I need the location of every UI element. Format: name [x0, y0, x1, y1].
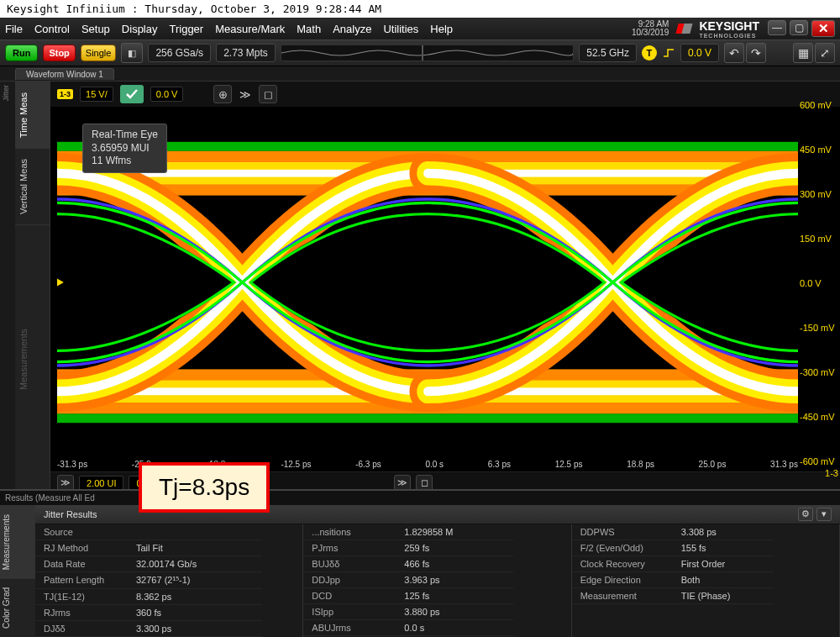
- result-value: Both: [673, 572, 774, 588]
- channel-badge[interactable]: 1-3: [57, 89, 73, 99]
- mem-depth-field[interactable]: 2.73 Mpts: [216, 44, 276, 62]
- results-tab[interactable]: Results (Measure All Ed: [5, 493, 95, 503]
- menu-item-utilities[interactable]: Utilities: [383, 23, 418, 35]
- result-value: [128, 524, 262, 540]
- brand-logo: KEYSIGHT TECHNOLOGIES: [677, 19, 759, 39]
- close-button[interactable]: ✕: [811, 20, 835, 37]
- result-value: 8.362 ps: [128, 589, 262, 605]
- redo-button[interactable]: ↷: [746, 43, 766, 63]
- menu-item-trigger[interactable]: Trigger: [169, 23, 203, 35]
- x-tick: 12.5 ps: [555, 460, 583, 470]
- result-value: 0.0 s: [396, 620, 513, 636]
- result-label: F/2 (Even/Odd): [572, 540, 673, 556]
- result-value: 125 fs: [396, 588, 513, 604]
- results-side-tab-measurements[interactable]: Measurements: [0, 505, 35, 578]
- y-tick: 0.0 V: [800, 278, 838, 288]
- menu-item-math[interactable]: Math: [297, 23, 321, 35]
- maximize-button[interactable]: ▢: [790, 20, 808, 35]
- result-value: 3.300 ps: [128, 621, 262, 637]
- y-tick: 300 mV: [800, 189, 838, 199]
- sample-rate-field[interactable]: 256 GSa/s: [148, 44, 211, 62]
- vertical-scale-field[interactable]: 15 V/: [80, 87, 113, 102]
- minimize-button[interactable]: —: [768, 20, 786, 35]
- keysight-logo-icon: [677, 22, 696, 35]
- vertical-offset-field[interactable]: 0.0 V: [150, 87, 184, 102]
- side-tab-time-meas[interactable]: Time Meas: [15, 82, 50, 148]
- result-value: 360 fs: [128, 605, 262, 621]
- layout-button[interactable]: ▦: [793, 43, 813, 63]
- add-channel-button[interactable]: ⊕: [213, 85, 232, 103]
- bandwidth-field[interactable]: 52.5 GHz: [579, 44, 637, 62]
- result-value: 1.829858 M: [396, 524, 513, 540]
- results-side-tabs: Measurements Color Grad: [0, 505, 35, 637]
- result-label: ...nsitions: [303, 524, 396, 540]
- menu-bar: FileControlSetupDisplayTriggerMeasure/Ma…: [0, 18, 840, 39]
- menu-item-help[interactable]: Help: [430, 23, 453, 35]
- edge-trigger-icon: [662, 46, 675, 60]
- bookmark-button[interactable]: ◻: [259, 85, 277, 103]
- jitter-results-table: Jitter Results ⚙ ▾ SourceRJ MethodTail F…: [35, 505, 840, 637]
- result-label: TJ(1E-12): [35, 589, 128, 605]
- x-tick: 25.0 ps: [699, 460, 727, 470]
- results-dropdown-button[interactable]: ▾: [816, 508, 832, 521]
- result-label: PJrms: [303, 540, 396, 556]
- x-tick: -6.3 ps: [355, 460, 381, 470]
- run-button[interactable]: Run: [5, 45, 38, 61]
- result-label: DDJpp: [303, 572, 396, 588]
- clock: 9:28 AM 10/3/2019: [632, 20, 669, 37]
- result-label: DDPWS: [572, 524, 673, 540]
- y-tick: -450 mV: [800, 412, 838, 422]
- menu-item-setup[interactable]: Setup: [81, 23, 110, 35]
- result-label: ISIpp: [303, 604, 396, 620]
- result-label: Source: [35, 524, 128, 540]
- check-icon: [124, 87, 139, 102]
- result-value: 466 fs: [396, 556, 513, 572]
- result-value: 155 fs: [673, 540, 774, 556]
- waveform-overview[interactable]: [281, 45, 574, 61]
- side-tab-vertical-meas[interactable]: Vertical Meas: [15, 148, 50, 224]
- stop-button[interactable]: Stop: [43, 45, 75, 61]
- eye-info-box: Real-Time Eye 3.65959 MUI 11 Wfms: [82, 124, 167, 173]
- x-tick: -12.5 ps: [281, 460, 311, 470]
- expand-button[interactable]: ⤢: [815, 43, 835, 63]
- results-settings-button[interactable]: ⚙: [798, 508, 813, 521]
- result-value: 3.308 ps: [673, 524, 774, 540]
- trigger-level-field[interactable]: 0.0 V: [680, 44, 719, 62]
- svg-rect-1: [57, 142, 798, 151]
- side-tab-measurements[interactable]: Measurements: [15, 224, 50, 493]
- x-tick: 31.3 ps: [770, 460, 798, 470]
- y-tick: 450 mV: [800, 145, 838, 155]
- result-label: Clock Recovery: [572, 556, 673, 572]
- result-label: Measurement: [572, 588, 673, 604]
- single-button[interactable]: Single: [81, 45, 117, 61]
- svg-rect-2: [57, 413, 798, 423]
- menu-item-measure-mark[interactable]: Measure/Mark: [215, 23, 285, 35]
- result-value: TIE (Phase): [673, 588, 774, 604]
- result-value: 32767 (2¹⁵-1): [128, 572, 262, 589]
- result-label: DCD: [303, 588, 396, 604]
- y-axis: 600 mV450 mV300 mV150 mV0.0 V-150 mV-300…: [800, 100, 838, 466]
- menu-item-analyze[interactable]: Analyze: [333, 23, 371, 35]
- x-tick: 18.8 ps: [627, 460, 654, 470]
- time-scale-field[interactable]: 2.00 UI: [79, 476, 123, 491]
- result-label: DJδδ: [35, 621, 128, 637]
- y-tick: 150 mV: [800, 234, 838, 244]
- result-label: Data Rate: [35, 556, 128, 572]
- waveform-tab-strip: Waveform Window 1: [0, 66, 840, 82]
- eye-diagram[interactable]: Real-Time Eye 3.65959 MUI 11 Wfms: [57, 107, 798, 458]
- result-label: BUJδδ: [303, 556, 396, 572]
- channel-enable-toggle[interactable]: [120, 85, 144, 103]
- measurement-side-tabs: Time Meas Vertical Meas Measurements: [15, 82, 50, 493]
- result-label: RJ Method: [35, 540, 128, 556]
- menu-item-file[interactable]: File: [5, 23, 23, 35]
- undo-button[interactable]: ↶: [724, 43, 744, 63]
- results-side-tab-color-grad[interactable]: Color Grad: [0, 578, 35, 637]
- menu-item-display[interactable]: Display: [122, 23, 158, 35]
- result-value: Tail Fit: [128, 540, 262, 556]
- trigger-badge[interactable]: T: [642, 45, 657, 61]
- autoscale-button[interactable]: ◧: [121, 43, 143, 63]
- waveform-tab[interactable]: Waveform Window 1: [15, 68, 114, 80]
- expand-icon[interactable]: ≫: [239, 85, 252, 103]
- menu-item-control[interactable]: Control: [34, 23, 70, 35]
- title-bar: Keysight Infiniium : Thursday, October 3…: [0, 0, 840, 18]
